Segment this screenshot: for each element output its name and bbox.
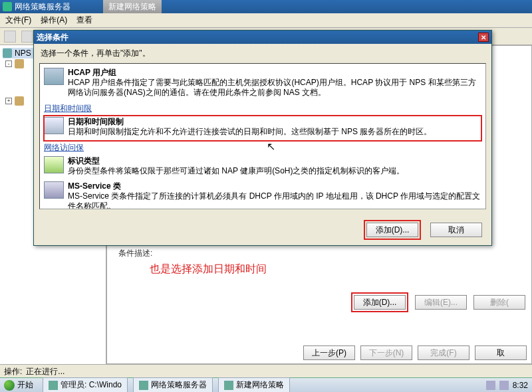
finish-button: 完成(F) — [418, 345, 469, 360]
taskbar: 开始 管理员: C:\Windo 网络策略服务器 新建网络策略 8:32 — [0, 377, 532, 392]
item-desc: MS-Service 类条件指定了所连接的计算机必须具有 DHCP 作用域内的 … — [68, 191, 480, 209]
menu-file[interactable]: 文件(F) — [5, 15, 31, 26]
wizard-condition-buttons: 添加(D)... 编辑(E)... 删除( — [351, 292, 525, 312]
folder-icon — [15, 59, 24, 68]
status-prefix: 操作: — [4, 366, 22, 377]
item-name: 日期和时间限制 — [68, 117, 124, 126]
id-icon — [44, 156, 64, 173]
close-icon[interactable]: ✕ — [478, 33, 489, 42]
dialog-instruction: 选择一个条件，再单击"添加"。 — [34, 44, 491, 63]
wizard-add-button[interactable]: 添加(D)... — [354, 295, 406, 310]
nps-icon — [139, 381, 148, 390]
wizard-tab[interactable]: 新建网络策略 — [103, 0, 162, 13]
taskbar-task[interactable]: 网络策略服务器 — [133, 377, 213, 392]
group-header: 网络访问保 — [44, 142, 481, 153]
item-name: MS-Service 类 — [68, 181, 121, 191]
dialog-titlebar[interactable]: 选择条件 ✕ — [34, 31, 491, 44]
status-text: 正在进行... — [26, 366, 65, 377]
highlight-box: 添加(D)... — [351, 292, 408, 312]
wizard-edit-button: 编辑(E)... — [415, 295, 467, 310]
app-icon — [3, 2, 12, 11]
menu-bar: 文件(F) 操作(A) 查看 — [0, 13, 532, 28]
wizard-nav-buttons: 上一步(P) 下一步(N) 完成(F) 取 — [303, 345, 527, 360]
item-name: 标识类型 — [68, 156, 100, 165]
main-title-text: 网络策略服务器 — [15, 1, 70, 13]
group-header: 日期和时间限 — [44, 103, 481, 114]
condition-list[interactable]: HCAP 用户组 HCAP 用户组条件指定了需要与此策略匹配的主机凭据授权协议(… — [39, 63, 486, 209]
wizard-remove-button: 删除( — [473, 295, 525, 310]
highlight-box: 添加(D)... — [364, 220, 421, 240]
dialog-buttons: 添加(D)... 取消 — [364, 220, 482, 240]
status-bar: 操作: 正在进行... — [0, 364, 532, 379]
annotation-text: 也是选择添加日期和时间 — [150, 262, 267, 276]
start-orb-icon — [4, 380, 15, 391]
select-condition-dialog: 选择条件 ✕ 选择一个条件，再单击"添加"。 HCAP 用户组 HCAP 用户组… — [33, 30, 492, 246]
condition-desc-label: 条件描述: — [118, 248, 152, 259]
nps-icon — [3, 49, 12, 58]
item-desc: 身份类型条件将策略仅限于那些可通过诸如 NAP 健康声明(SoH)之类的指定机制… — [68, 166, 404, 175]
expand-icon[interactable]: + — [5, 98, 12, 104]
item-name: HCAP 用户组 — [68, 68, 116, 77]
next-button: 下一步(N) — [360, 345, 412, 360]
computer-icon — [44, 181, 64, 199]
cmd-icon — [49, 381, 58, 390]
clock: 8:32 — [513, 381, 528, 390]
dialog-add-button[interactable]: 添加(D)... — [366, 223, 418, 237]
start-button[interactable]: 开始 — [0, 379, 37, 391]
menu-view[interactable]: 查看 — [76, 15, 92, 26]
calendar-icon — [44, 117, 64, 134]
system-tray[interactable]: 8:32 — [482, 381, 532, 390]
tray-icon[interactable] — [499, 381, 509, 390]
dialog-cancel-button[interactable]: 取消 — [430, 223, 482, 237]
item-desc: HCAP 用户组条件指定了需要与此策略匹配的主机凭据授权协议(HCAP)用户组。… — [68, 78, 476, 97]
list-item[interactable]: HCAP 用户组 HCAP 用户组条件指定了需要与此策略匹配的主机凭据授权协议(… — [44, 66, 481, 102]
menu-action[interactable]: 操作(A) — [41, 15, 67, 26]
dialog-title-text: 选择条件 — [37, 32, 68, 43]
tray-icon[interactable] — [486, 381, 495, 390]
prev-button[interactable]: 上一步(P) — [303, 345, 355, 360]
expand-icon[interactable]: - — [5, 60, 12, 67]
taskbar-task[interactable]: 管理员: C:\Windo — [43, 377, 128, 392]
wizard-icon — [224, 381, 233, 390]
users-icon — [44, 68, 64, 85]
main-titlebar[interactable]: 网络策略服务器 — [0, 0, 532, 13]
toolbar-fwd-icon[interactable] — [21, 31, 33, 43]
list-item[interactable]: MS-Service 类 MS-Service 类条件指定了所连接的计算机必须具… — [44, 180, 481, 209]
list-item[interactable]: 标识类型 身份类型条件将策略仅限于那些可通过诸如 NAP 健康声明(SoH)之类… — [44, 155, 481, 180]
cancel-button[interactable]: 取 — [475, 345, 527, 360]
list-item-selected[interactable]: 日期和时间限制 日期和时间限制指定允许和不允许进行连接尝试的日期和时间。这些限制… — [44, 116, 481, 141]
toolbar-back-icon[interactable] — [4, 31, 16, 43]
taskbar-task[interactable]: 新建网络策略 — [218, 377, 290, 392]
folder-icon — [15, 96, 24, 106]
item-desc: 日期和时间限制指定允许和不允许进行连接尝试的日期和时间。这些限制基于 NPS 服… — [68, 127, 432, 136]
